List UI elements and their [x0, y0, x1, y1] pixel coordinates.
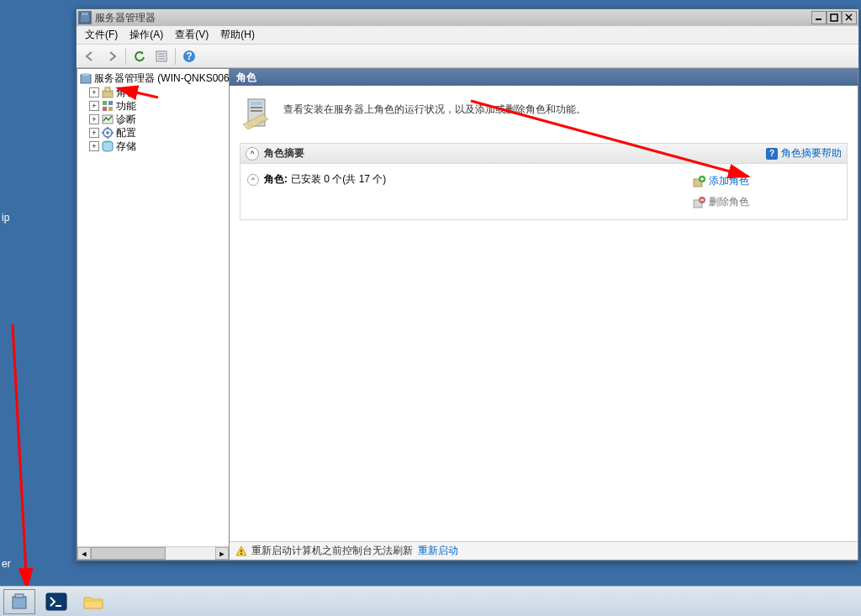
desktop-label-ip: ip	[2, 212, 9, 224]
svg-rect-49	[84, 599, 103, 602]
configuration-icon	[101, 126, 114, 140]
taskbar-server-manager[interactable]	[3, 589, 35, 614]
section-body: ^ 角色: 已安装 0 个(共 17 个) 添加角色	[240, 164, 847, 219]
collapse-button[interactable]: ^	[246, 147, 259, 161]
minimize-button[interactable]	[811, 11, 827, 24]
tree-label: 存储	[116, 140, 136, 154]
svg-rect-3	[831, 14, 837, 21]
app-icon	[78, 11, 92, 24]
scroll-thumb[interactable]	[91, 547, 166, 560]
svg-rect-45	[13, 597, 26, 608]
server-icon	[79, 71, 92, 85]
add-role-icon	[692, 175, 705, 188]
menubar: 文件(F) 操作(A) 查看(V) 帮助(H)	[77, 26, 858, 45]
restart-link[interactable]: 重新启动	[418, 544, 458, 558]
tree-item-configuration[interactable]: + 配置	[79, 126, 227, 140]
back-button[interactable]	[80, 46, 100, 66]
content-body: 查看安装在服务器上角色的运行状况，以及添加或删除角色和功能。 ^ 角色摘要 ? …	[230, 86, 858, 541]
storage-icon	[101, 140, 114, 153]
svg-rect-31	[251, 110, 262, 112]
expand-icon[interactable]: +	[89, 87, 99, 97]
tree-item-features[interactable]: + 功能	[79, 99, 227, 113]
svg-rect-29	[251, 102, 262, 105]
remove-role-link[interactable]: 删除角色	[689, 193, 840, 211]
maximize-button[interactable]	[827, 11, 842, 24]
svg-rect-16	[103, 101, 107, 105]
help-button[interactable]: ?	[179, 46, 199, 66]
roles-label: 角色:	[264, 172, 288, 187]
svg-point-22	[106, 131, 109, 134]
toolbar-separator	[125, 48, 126, 65]
add-role-link[interactable]: 添加角色	[689, 172, 840, 190]
tree-label: 配置	[116, 126, 136, 140]
tree-item-roles[interactable]: + 角色	[79, 86, 227, 99]
svg-rect-15	[105, 87, 110, 92]
body-area: 服务器管理器 (WIN-QNKS0067J2 + 角色 + 功能 +	[77, 68, 858, 561]
help-link-text: 角色摘要帮助	[781, 146, 842, 161]
svg-point-41	[240, 553, 242, 555]
sub-collapse-button[interactable]: ^	[247, 174, 259, 186]
remove-role-icon	[692, 196, 705, 209]
section-header: ^ 角色摘要 ? 角色摘要帮助	[240, 144, 847, 164]
description-text: 查看安装在服务器上角色的运行状况，以及添加或删除角色和功能。	[283, 96, 586, 117]
tree-item-diagnostics[interactable]: + 诊断	[79, 113, 227, 126]
close-button[interactable]	[842, 11, 857, 24]
svg-rect-0	[80, 14, 90, 23]
svg-rect-17	[108, 101, 113, 105]
help-icon: ?	[766, 148, 778, 160]
section-help-link[interactable]: ? 角色摘要帮助	[766, 146, 842, 161]
svg-rect-19	[108, 107, 113, 111]
scroll-track[interactable]	[91, 547, 215, 560]
taskbar-powershell[interactable]	[40, 589, 72, 614]
menu-file[interactable]: 文件(F)	[80, 26, 123, 44]
tree-item-storage[interactable]: + 存储	[79, 140, 227, 153]
add-role-text: 添加角色	[709, 174, 749, 188]
tree-scrollbar[interactable]: ◄ ►	[77, 546, 229, 560]
section-title: 角色摘要	[264, 146, 766, 161]
svg-rect-46	[15, 594, 24, 598]
desktop-label-er: er	[2, 558, 11, 570]
menu-view[interactable]: 查看(V)	[170, 26, 214, 44]
refresh-button[interactable]	[129, 46, 150, 66]
svg-text:?: ?	[186, 50, 192, 62]
scroll-left-button[interactable]: ◄	[77, 547, 91, 560]
titlebar[interactable]: 服务器管理器	[77, 9, 858, 26]
tree-panel: 服务器管理器 (WIN-QNKS0067J2 + 角色 + 功能 +	[77, 68, 230, 561]
status-bar: 重新启动计算机之前控制台无法刷新 重新启动	[230, 541, 858, 560]
properties-button[interactable]	[151, 46, 172, 66]
svg-rect-12	[81, 75, 91, 83]
taskbar-explorer[interactable]	[77, 589, 109, 614]
svg-rect-18	[103, 107, 107, 111]
status-text: 重新启动计算机之前控制台无法刷新	[251, 544, 413, 558]
expand-icon[interactable]: +	[89, 141, 99, 151]
forward-button[interactable]	[102, 46, 122, 66]
expand-icon[interactable]: +	[89, 101, 99, 111]
svg-line-44	[13, 324, 27, 588]
taskbar	[0, 586, 861, 616]
menu-help[interactable]: 帮助(H)	[215, 26, 260, 44]
expand-icon[interactable]: +	[89, 114, 99, 124]
content-header: 角色	[230, 69, 858, 86]
toolbar: ?	[77, 45, 858, 68]
svg-rect-47	[46, 593, 66, 610]
features-icon	[101, 99, 114, 113]
svg-rect-13	[82, 73, 89, 76]
scroll-right-button[interactable]: ►	[215, 547, 229, 560]
roles-count-value: 已安装 0 个(共 17 个)	[291, 172, 386, 187]
toolbar-separator	[175, 48, 176, 65]
tree-label: 功能	[116, 99, 136, 113]
menu-action[interactable]: 操作(A)	[124, 26, 168, 44]
server-tower-icon	[240, 96, 273, 129]
warning-icon	[235, 545, 248, 558]
roles-count-row: ^ 角色: 已安装 0 个(共 17 个)	[247, 172, 689, 187]
content-panel: 角色 查看安装在服务器上角色的运行状况，以及添加或删除角色和功能。 ^ 角色摘要…	[230, 68, 858, 561]
tree-root[interactable]: 服务器管理器 (WIN-QNKS0067J2	[79, 71, 227, 86]
expand-icon[interactable]: +	[89, 128, 99, 138]
tree-label: 诊断	[116, 113, 136, 127]
diagnostics-icon	[101, 113, 114, 126]
server-manager-window: 服务器管理器 文件(F) 操作(A) 查看(V) 帮助(H) ? 服务器管理器 …	[76, 8, 859, 561]
roles-icon	[101, 86, 114, 99]
roles-summary-section: ^ 角色摘要 ? 角色摘要帮助 ^ 角色: 已安装 0 个(共 17 个	[240, 143, 848, 220]
svg-rect-1	[82, 13, 88, 15]
tree-root-label: 服务器管理器 (WIN-QNKS0067J2	[94, 71, 230, 86]
